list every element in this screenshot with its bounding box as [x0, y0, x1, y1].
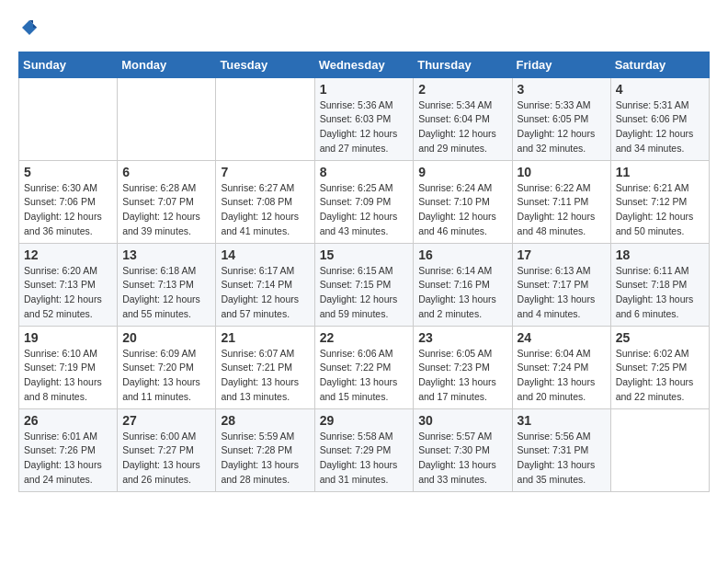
calendar-cell: 21Sunrise: 6:07 AM Sunset: 7:21 PM Dayli…	[216, 326, 314, 408]
day-number: 25	[616, 330, 704, 345]
day-number: 9	[418, 165, 506, 179]
calendar-table: SundayMondayTuesdayWednesdayThursdayFrid…	[18, 52, 710, 492]
day-info: Sunrise: 6:22 AM Sunset: 7:11 PM Dayligh…	[518, 181, 606, 239]
weekday-header: Sunday	[19, 52, 118, 77]
logo-icon	[20, 18, 39, 37]
day-number: 12	[24, 247, 112, 262]
weekday-header: Monday	[118, 52, 216, 77]
day-info: Sunrise: 6:18 AM Sunset: 7:13 PM Dayligh…	[122, 264, 210, 322]
day-number: 17	[518, 247, 606, 262]
day-info: Sunrise: 6:02 AM Sunset: 7:25 PM Dayligh…	[616, 347, 704, 405]
weekday-header: Thursday	[414, 52, 512, 77]
day-number: 24	[518, 330, 606, 345]
day-number: 11	[616, 165, 704, 179]
calendar-cell: 31Sunrise: 5:56 AM Sunset: 7:31 PM Dayli…	[512, 408, 610, 491]
day-info: Sunrise: 6:11 AM Sunset: 7:18 PM Dayligh…	[616, 264, 704, 322]
calendar-cell: 12Sunrise: 6:20 AM Sunset: 7:13 PM Dayli…	[19, 243, 118, 326]
day-number: 6	[122, 165, 210, 179]
day-number: 7	[221, 165, 309, 179]
day-info: Sunrise: 6:25 AM Sunset: 7:09 PM Dayligh…	[320, 181, 409, 239]
calendar-cell: 10Sunrise: 6:22 AM Sunset: 7:11 PM Dayli…	[512, 160, 610, 243]
day-number: 21	[221, 330, 309, 345]
calendar-cell: 2Sunrise: 5:34 AM Sunset: 6:04 PM Daylig…	[414, 77, 512, 160]
calendar-week-row: 19Sunrise: 6:10 AM Sunset: 7:19 PM Dayli…	[19, 326, 710, 408]
day-info: Sunrise: 6:21 AM Sunset: 7:12 PM Dayligh…	[616, 181, 704, 239]
day-number: 28	[221, 413, 309, 428]
calendar-cell: 16Sunrise: 6:14 AM Sunset: 7:16 PM Dayli…	[414, 243, 512, 326]
weekday-header: Tuesday	[216, 52, 314, 77]
day-number: 19	[24, 330, 112, 345]
calendar-cell: 4Sunrise: 5:31 AM Sunset: 6:06 PM Daylig…	[610, 77, 709, 160]
day-info: Sunrise: 6:20 AM Sunset: 7:13 PM Dayligh…	[24, 264, 112, 322]
day-info: Sunrise: 6:10 AM Sunset: 7:19 PM Dayligh…	[24, 347, 112, 405]
day-info: Sunrise: 6:06 AM Sunset: 7:22 PM Dayligh…	[320, 347, 409, 405]
calendar-cell: 15Sunrise: 6:15 AM Sunset: 7:15 PM Dayli…	[314, 243, 414, 326]
day-info: Sunrise: 6:24 AM Sunset: 7:10 PM Dayligh…	[418, 181, 506, 239]
day-info: Sunrise: 6:13 AM Sunset: 7:17 PM Dayligh…	[518, 264, 606, 322]
calendar-cell: 26Sunrise: 6:01 AM Sunset: 7:26 PM Dayli…	[19, 408, 118, 491]
day-info: Sunrise: 5:36 AM Sunset: 6:03 PM Dayligh…	[320, 98, 409, 156]
calendar-cell: 13Sunrise: 6:18 AM Sunset: 7:13 PM Dayli…	[118, 243, 216, 326]
day-info: Sunrise: 5:59 AM Sunset: 7:28 PM Dayligh…	[221, 430, 309, 488]
calendar-cell: 1Sunrise: 5:36 AM Sunset: 6:03 PM Daylig…	[314, 77, 414, 160]
calendar-cell: 29Sunrise: 5:58 AM Sunset: 7:29 PM Dayli…	[314, 408, 414, 491]
calendar-cell: 30Sunrise: 5:57 AM Sunset: 7:30 PM Dayli…	[414, 408, 512, 491]
day-info: Sunrise: 6:15 AM Sunset: 7:15 PM Dayligh…	[320, 264, 409, 322]
calendar-week-row: 1Sunrise: 5:36 AM Sunset: 6:03 PM Daylig…	[19, 77, 710, 160]
calendar-cell: 28Sunrise: 5:59 AM Sunset: 7:28 PM Dayli…	[216, 408, 314, 491]
day-info: Sunrise: 6:01 AM Sunset: 7:26 PM Dayligh…	[24, 430, 112, 488]
calendar-cell: 11Sunrise: 6:21 AM Sunset: 7:12 PM Dayli…	[610, 160, 709, 243]
day-number: 14	[221, 247, 309, 262]
day-info: Sunrise: 6:04 AM Sunset: 7:24 PM Dayligh…	[518, 347, 606, 405]
calendar-cell: 7Sunrise: 6:27 AM Sunset: 7:08 PM Daylig…	[216, 160, 314, 243]
day-number: 26	[24, 413, 112, 428]
calendar-cell: 8Sunrise: 6:25 AM Sunset: 7:09 PM Daylig…	[314, 160, 414, 243]
calendar-cell	[216, 77, 314, 160]
calendar-cell: 9Sunrise: 6:24 AM Sunset: 7:10 PM Daylig…	[414, 160, 512, 243]
day-info: Sunrise: 6:09 AM Sunset: 7:20 PM Dayligh…	[122, 347, 210, 405]
calendar-cell: 6Sunrise: 6:28 AM Sunset: 7:07 PM Daylig…	[118, 160, 216, 243]
day-number: 13	[122, 247, 210, 262]
calendar-cell: 27Sunrise: 6:00 AM Sunset: 7:27 PM Dayli…	[118, 408, 216, 491]
day-number: 30	[418, 413, 506, 428]
calendar-cell: 14Sunrise: 6:17 AM Sunset: 7:14 PM Dayli…	[216, 243, 314, 326]
day-number: 29	[320, 413, 409, 428]
calendar-cell: 24Sunrise: 6:04 AM Sunset: 7:24 PM Dayli…	[512, 326, 610, 408]
day-info: Sunrise: 5:33 AM Sunset: 6:05 PM Dayligh…	[518, 98, 606, 156]
weekday-header-row: SundayMondayTuesdayWednesdayThursdayFrid…	[19, 52, 710, 77]
day-number: 22	[320, 330, 409, 345]
day-number: 20	[122, 330, 210, 345]
day-info: Sunrise: 5:56 AM Sunset: 7:31 PM Dayligh…	[518, 430, 606, 488]
day-number: 5	[24, 165, 112, 179]
day-number: 10	[518, 165, 606, 179]
day-number: 16	[418, 247, 506, 262]
calendar-cell: 18Sunrise: 6:11 AM Sunset: 7:18 PM Dayli…	[610, 243, 709, 326]
calendar-week-row: 26Sunrise: 6:01 AM Sunset: 7:26 PM Dayli…	[19, 408, 710, 491]
day-number: 23	[418, 330, 506, 345]
day-info: Sunrise: 6:30 AM Sunset: 7:06 PM Dayligh…	[24, 181, 112, 239]
calendar-cell: 3Sunrise: 5:33 AM Sunset: 6:05 PM Daylig…	[512, 77, 610, 160]
day-number: 1	[320, 82, 409, 97]
weekday-header: Wednesday	[314, 52, 414, 77]
calendar-week-row: 12Sunrise: 6:20 AM Sunset: 7:13 PM Dayli…	[19, 243, 710, 326]
day-info: Sunrise: 6:17 AM Sunset: 7:14 PM Dayligh…	[221, 264, 309, 322]
logo	[18, 18, 39, 42]
day-info: Sunrise: 6:28 AM Sunset: 7:07 PM Dayligh…	[122, 181, 210, 239]
day-info: Sunrise: 6:27 AM Sunset: 7:08 PM Dayligh…	[221, 181, 309, 239]
day-number: 31	[518, 413, 606, 428]
page-header	[18, 18, 710, 42]
weekday-header: Friday	[512, 52, 610, 77]
calendar-cell	[19, 77, 118, 160]
day-info: Sunrise: 5:31 AM Sunset: 6:06 PM Dayligh…	[616, 98, 704, 156]
calendar-cell: 20Sunrise: 6:09 AM Sunset: 7:20 PM Dayli…	[118, 326, 216, 408]
day-number: 4	[616, 82, 704, 97]
calendar-cell: 25Sunrise: 6:02 AM Sunset: 7:25 PM Dayli…	[610, 326, 709, 408]
day-info: Sunrise: 6:05 AM Sunset: 7:23 PM Dayligh…	[418, 347, 506, 405]
day-info: Sunrise: 6:00 AM Sunset: 7:27 PM Dayligh…	[122, 430, 210, 488]
calendar-cell: 5Sunrise: 6:30 AM Sunset: 7:06 PM Daylig…	[19, 160, 118, 243]
day-info: Sunrise: 5:58 AM Sunset: 7:29 PM Dayligh…	[320, 430, 409, 488]
day-number: 2	[418, 82, 506, 97]
calendar-cell: 22Sunrise: 6:06 AM Sunset: 7:22 PM Dayli…	[314, 326, 414, 408]
weekday-header: Saturday	[610, 52, 709, 77]
day-number: 8	[320, 165, 409, 179]
